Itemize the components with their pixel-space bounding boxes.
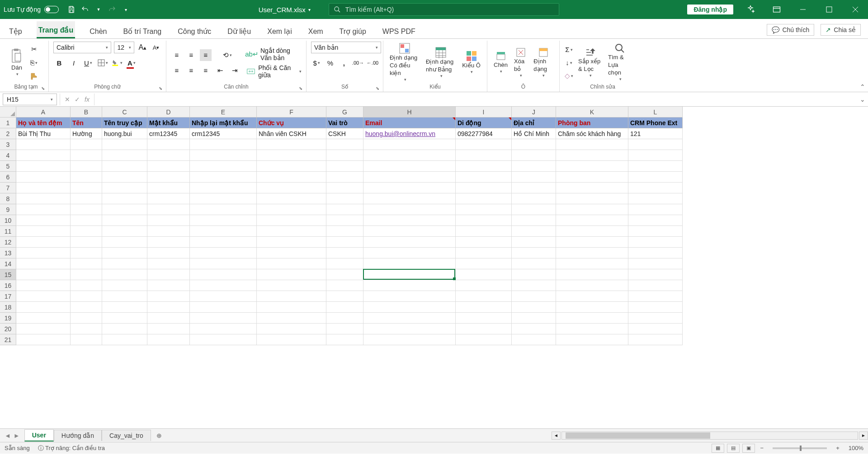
tab-help[interactable]: Trợ giúp <box>338 23 368 38</box>
cell-E12[interactable] <box>190 237 257 248</box>
cell-B18[interactable] <box>71 302 102 313</box>
format-table-button[interactable]: Định dạng như Bảng▾ <box>424 46 458 80</box>
row-header-1[interactable]: 1 <box>0 117 16 128</box>
cell-J13[interactable] <box>512 248 556 258</box>
zoom-out-icon[interactable]: − <box>758 445 767 451</box>
cell-D13[interactable] <box>147 248 190 258</box>
cell-A7[interactable] <box>16 183 71 193</box>
redo-icon[interactable] <box>108 5 117 14</box>
cell-K4[interactable] <box>556 150 628 161</box>
cell-K12[interactable] <box>556 237 628 248</box>
cell-D18[interactable] <box>147 302 190 313</box>
view-page-layout-icon[interactable]: ▤ <box>727 444 740 453</box>
cell-A4[interactable] <box>16 150 71 161</box>
cell-E21[interactable] <box>190 334 257 345</box>
save-icon[interactable] <box>67 5 76 14</box>
cell-G12[interactable] <box>326 237 363 248</box>
cell-E14[interactable] <box>190 258 257 269</box>
cell-E13[interactable] <box>190 248 257 258</box>
cell-I3[interactable] <box>456 139 512 150</box>
fill-icon[interactable]: ↓▾ <box>564 57 574 69</box>
align-left-icon[interactable]: ≡ <box>171 65 183 76</box>
row-header-17[interactable]: 17 <box>0 291 16 302</box>
formula-input[interactable] <box>94 94 857 105</box>
italic-button[interactable]: I <box>68 57 80 69</box>
col-header-D[interactable]: D <box>147 107 190 117</box>
cell-I7[interactable] <box>456 183 512 193</box>
cell-I8[interactable] <box>456 193 512 204</box>
paste-button[interactable]: Dán▾ <box>8 47 25 78</box>
cell-B19[interactable] <box>71 313 102 324</box>
col-header-C[interactable]: C <box>102 107 147 117</box>
col-header-L[interactable]: L <box>628 107 683 117</box>
conditional-format-button[interactable]: Định dạng Có điều kiện▾ <box>388 42 421 83</box>
cell-C6[interactable] <box>102 172 147 183</box>
cell-D15[interactable] <box>147 269 190 280</box>
cell-C11[interactable] <box>102 226 147 237</box>
qat-more-icon[interactable]: ▾ <box>121 5 130 14</box>
sparkle-icon[interactable] <box>741 0 760 19</box>
cell-G15[interactable] <box>326 269 363 280</box>
cell-A15[interactable] <box>16 269 71 280</box>
cell-B17[interactable] <box>71 291 102 302</box>
cell-H9[interactable] <box>363 204 456 215</box>
col-header-H[interactable]: H <box>363 107 456 117</box>
row-header-6[interactable]: 6 <box>0 172 16 183</box>
cell-L11[interactable] <box>628 226 683 237</box>
cell-I11[interactable] <box>456 226 512 237</box>
row-header-5[interactable]: 5 <box>0 161 16 172</box>
cell-F16[interactable] <box>257 280 326 291</box>
cell-H2[interactable]: huong.bui@onlinecrm.vn <box>363 128 456 139</box>
filename[interactable]: User_CRM.xlsx ▾ <box>259 6 311 14</box>
cell-J16[interactable] <box>512 280 556 291</box>
cut-icon[interactable]: ✂ <box>28 43 40 55</box>
cell-A14[interactable] <box>16 258 71 269</box>
signin-button[interactable]: Đăng nhập <box>687 5 733 14</box>
add-sheet-button[interactable]: ⊕ <box>151 432 167 439</box>
cell-J19[interactable] <box>512 313 556 324</box>
cell-D6[interactable] <box>147 172 190 183</box>
cell-E2[interactable]: crm12345 <box>190 128 257 139</box>
name-box[interactable]: H15▾ <box>3 94 57 105</box>
cell-K5[interactable] <box>556 161 628 172</box>
cell-H1[interactable]: Email <box>363 117 456 128</box>
cell-E9[interactable] <box>190 204 257 215</box>
sheet-nav-prev-icon[interactable]: ◄ <box>5 432 11 439</box>
cell-E17[interactable] <box>190 291 257 302</box>
cell-F7[interactable] <box>257 183 326 193</box>
format-cells-button[interactable]: Định dạng▾ <box>532 46 555 79</box>
scroll-left-icon[interactable]: ◄ <box>552 432 561 440</box>
cell-J20[interactable] <box>512 324 556 334</box>
cell-F8[interactable] <box>257 193 326 204</box>
cell-H18[interactable] <box>363 302 456 313</box>
cell-L15[interactable] <box>628 269 683 280</box>
cell-D4[interactable] <box>147 150 190 161</box>
cell-K7[interactable] <box>556 183 628 193</box>
font-launcher-icon[interactable]: ⬊ <box>159 86 162 91</box>
cell-J21[interactable] <box>512 334 556 345</box>
col-header-I[interactable]: I <box>456 107 512 117</box>
cell-D14[interactable] <box>147 258 190 269</box>
row-header-10[interactable]: 10 <box>0 215 16 226</box>
cell-B9[interactable] <box>71 204 102 215</box>
cell-H4[interactable] <box>363 150 456 161</box>
cell-J18[interactable] <box>512 302 556 313</box>
cell-K14[interactable] <box>556 258 628 269</box>
cell-H21[interactable] <box>363 334 456 345</box>
cell-E3[interactable] <box>190 139 257 150</box>
email-link[interactable]: huong.bui@onlinecrm.vn <box>365 130 435 137</box>
insert-cells-button[interactable]: Chèn▾ <box>492 50 509 75</box>
row-header-21[interactable]: 21 <box>0 334 16 345</box>
cell-F3[interactable] <box>257 139 326 150</box>
cell-F5[interactable] <box>257 161 326 172</box>
zoom-in-icon[interactable]: + <box>833 445 842 451</box>
cell-C5[interactable] <box>102 161 147 172</box>
cell-B1[interactable]: Tên <box>71 117 102 128</box>
cell-E16[interactable] <box>190 280 257 291</box>
cell-G4[interactable] <box>326 150 363 161</box>
font-size-select[interactable]: 12▾ <box>114 42 134 53</box>
cell-K3[interactable] <box>556 139 628 150</box>
row-header-8[interactable]: 8 <box>0 193 16 204</box>
scroll-track[interactable] <box>561 432 858 440</box>
cell-J11[interactable] <box>512 226 556 237</box>
